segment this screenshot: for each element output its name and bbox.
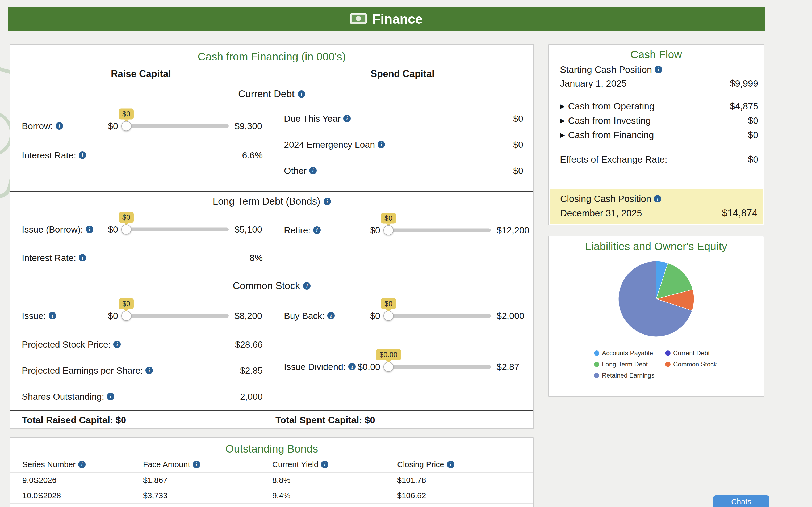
info-icon[interactable]: i (145, 367, 153, 374)
cash-from-financing-value: $0 (748, 130, 758, 140)
bond-series: 10.0S2028 (10, 491, 143, 500)
shares-outstanding-row: Shares Outstanding: i 2,000 (10, 390, 272, 403)
financing-panel-title: Cash from Financing (in 000's) (10, 45, 534, 66)
legend-dot (594, 373, 599, 378)
slider-max-label: $5,100 (235, 224, 262, 235)
info-icon[interactable]: i (321, 461, 328, 468)
bond-series: 9.0S2026 (10, 475, 143, 485)
legend-item-long-term-debt[interactable]: Long-Term Debt (594, 360, 665, 368)
projected-stock-price-value: $28.66 (235, 339, 263, 350)
ltd-issue-label: Issue (Borrow): i (22, 224, 93, 235)
current-yield-header: Current Yieldi (272, 460, 397, 469)
info-icon[interactable]: i (113, 341, 121, 348)
info-icon[interactable]: i (78, 461, 86, 468)
closing-price-header: Closing Pricei (397, 460, 534, 469)
slider-handle[interactable] (121, 224, 131, 234)
slider-track[interactable]: $0.00 (385, 365, 491, 369)
info-icon[interactable]: i (313, 226, 321, 234)
retire-slider[interactable]: $0 $0 $12,200 (354, 225, 531, 235)
info-icon[interactable]: i (303, 282, 311, 290)
cash-from-financing-label: Cash from Financing (568, 130, 654, 140)
bonds-table-header: Series Numberi Face Amounti Current Yiel… (10, 457, 534, 472)
slider-handle[interactable] (384, 362, 394, 372)
info-icon[interactable]: i (327, 312, 335, 320)
slider-min-label: $0 (92, 311, 118, 321)
slider-track[interactable]: $0 (122, 314, 229, 318)
legend-item-accounts-payable[interactable]: Accounts Payable (594, 349, 665, 357)
slider-value-badge: $0 (119, 212, 134, 223)
slider-handle[interactable] (121, 121, 131, 131)
info-icon[interactable]: i (377, 141, 385, 148)
raise-capital-header: Raise Capital (10, 66, 272, 84)
emergency-loan-row: 2024 Emergency Loan i $0 (272, 138, 534, 151)
cash-flow-panel: Cash Flow Starting Cash Position i Janua… (548, 44, 764, 225)
info-icon[interactable]: i (654, 195, 661, 203)
equity-pie-chart (617, 260, 695, 338)
due-this-year-row: Due This Year i $0 (272, 112, 534, 125)
total-raised-capital: Total Raised Capital: $0 (10, 415, 272, 426)
info-icon[interactable]: i (107, 393, 114, 400)
slider-handle[interactable] (384, 311, 394, 321)
cash-from-financing-row[interactable]: ▶ Cash from Financing $0 (560, 129, 758, 140)
issue-dividend-slider[interactable]: $0.00 $0.00 $2.87 (354, 362, 531, 372)
borrow-slider[interactable]: $0 $0 $9,300 (92, 121, 269, 131)
info-icon[interactable]: i (323, 198, 331, 205)
ltd-issue-slider[interactable]: $0 $0 $5,100 (92, 224, 269, 235)
stock-issue-slider[interactable]: $0 $0 $8,200 (92, 311, 269, 321)
info-icon[interactable]: i (79, 152, 86, 159)
other-value: $0 (513, 166, 523, 176)
closing-cash-position-highlight: Closing Cash Position i December 31, 202… (550, 189, 763, 224)
legend-item-common-stock[interactable]: Common Stock (665, 360, 729, 368)
slider-handle[interactable] (121, 311, 131, 321)
stock-issue-row: Issue: i $0 $0 $8,200 (10, 307, 272, 325)
interest-rate-row: Interest Rate: i 6.6% (10, 149, 272, 161)
issue-dividend-label: Issue Dividend: i (284, 362, 356, 372)
slider-min-label: $0 (354, 225, 380, 235)
cash-from-investing-row[interactable]: ▶ Cash from Investing $0 (560, 115, 758, 126)
info-icon[interactable]: i (193, 461, 200, 468)
ltd-issue-row: Issue (Borrow): i $0 $0 $5,100 (10, 217, 272, 242)
cash-from-operating-value: $4,875 (730, 101, 758, 112)
legend-dot (665, 362, 670, 367)
slider-track[interactable]: $0 (122, 124, 229, 128)
page-title: Finance (372, 11, 423, 27)
info-icon[interactable]: i (79, 254, 86, 262)
slider-handle[interactable] (384, 225, 394, 235)
slider-track[interactable]: $0 (385, 228, 491, 232)
slider-value-badge: $0 (381, 213, 396, 223)
info-icon[interactable]: i (447, 461, 454, 468)
slider-value-badge: $0 (381, 298, 396, 309)
expand-caret-icon[interactable]: ▶ (560, 103, 565, 110)
info-icon[interactable]: i (655, 66, 662, 73)
closing-cash-date: December 31, 2025 (560, 208, 642, 218)
slider-max-label: $9,300 (235, 121, 262, 131)
info-icon[interactable]: i (49, 312, 56, 320)
projected-eps-row: Projected Earnings per Share: i $2.85 (10, 364, 272, 377)
legend-item-retained-earnings[interactable]: Retained Earnings (594, 372, 665, 379)
slider-min-label: $0.00 (354, 362, 380, 372)
bond-closing-price: $106.62 (397, 491, 534, 500)
info-icon[interactable]: i (343, 115, 351, 122)
slider-min-label: $0 (92, 121, 118, 131)
legend-item-current-debt[interactable]: Current Debt (665, 349, 729, 357)
info-icon[interactable]: i (56, 122, 63, 130)
current-debt-title: Current Debt i (10, 84, 534, 101)
bond-row: 9.0S2026 $1,867 8.8% $101.78 (10, 472, 534, 488)
expand-caret-icon[interactable]: ▶ (560, 117, 565, 124)
app-header: Finance (8, 7, 765, 31)
ltd-interest-rate-value: 8% (250, 253, 263, 263)
info-icon[interactable]: i (309, 167, 317, 174)
cash-from-operating-row[interactable]: ▶ Cash from Operating $4,875 (560, 101, 758, 112)
bond-current-yield: 8.8% (272, 475, 397, 485)
buy-back-slider[interactable]: $0 $0 $2,000 (354, 311, 531, 321)
capital-column-headers: Raise Capital Spend Capital (10, 66, 534, 84)
buy-back-row: Buy Back: i $0 $0 $2,000 (272, 307, 534, 325)
long-term-debt-section: Long-Term Debt (Bonds) i Issue (Borrow):… (10, 191, 534, 276)
info-icon[interactable]: i (298, 90, 305, 98)
starting-cash-value: $9,999 (730, 78, 758, 89)
slider-track[interactable]: $0 (122, 227, 229, 231)
chats-button[interactable]: Chats (713, 495, 769, 507)
expand-caret-icon[interactable]: ▶ (560, 131, 565, 139)
closing-cash-position-label: Closing Cash Position i (560, 193, 661, 204)
slider-track[interactable]: $0 (385, 314, 491, 318)
